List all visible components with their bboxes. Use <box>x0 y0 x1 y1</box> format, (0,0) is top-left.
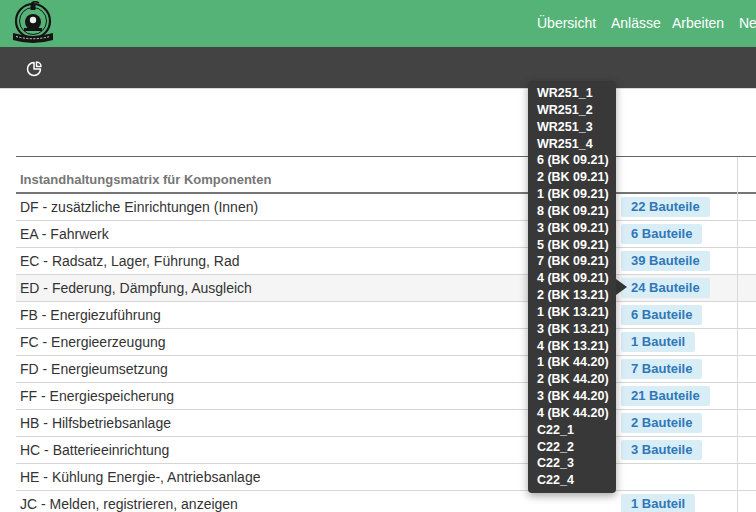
secondary-toolbar <box>0 47 756 89</box>
component-label: EC - Radsatz, Lager, Führung, Rad <box>20 253 239 269</box>
nav-arbeiten[interactable]: Arbeiten <box>672 15 724 31</box>
vehicle-menu-item[interactable]: 3 (BK 13.21) <box>528 323 616 336</box>
table-row[interactable]: HC - Batterieeinrichtung 3 Bauteile <box>16 437 756 464</box>
component-label: EA - Fahrwerk <box>20 226 109 242</box>
vehicle-menu-item[interactable]: C22_3 <box>528 457 616 470</box>
popover-arrow <box>616 279 627 295</box>
vehicle-menu-item[interactable]: WR251_2 <box>528 104 616 117</box>
vehicle-menu-item[interactable]: 2 (BK 13.21) <box>528 289 616 302</box>
vehicle-menu-item[interactable]: C22_1 <box>528 424 616 437</box>
vehicle-menu-item[interactable]: 1 (BK 44.20) <box>528 356 616 369</box>
table-row[interactable]: DF - zusätzliche Einrichtungen (Innen) 2… <box>16 194 756 221</box>
vehicle-menu-item[interactable]: 3 (BK 09.21) <box>528 222 616 235</box>
brand-logo[interactable] <box>10 1 56 47</box>
bauteile-count-badge[interactable]: 6 Bauteile <box>621 224 702 244</box>
vehicle-menu-item[interactable]: 4 (BK 13.21) <box>528 340 616 353</box>
vehicle-menu-item[interactable]: 2 (BK 09.21) <box>528 171 616 184</box>
bauteile-count-badge[interactable]: 2 Bauteile <box>621 413 702 433</box>
vehicle-menu-item[interactable]: 8 (BK 09.21) <box>528 205 616 218</box>
bauteile-count-badge[interactable]: 1 Bauteil <box>621 332 695 352</box>
bauteile-count-badge[interactable]: 1 Bauteil <box>621 494 695 512</box>
component-label: FD - Energieumsetzung <box>20 361 168 377</box>
table-row[interactable]: EC - Radsatz, Lager, Führung, Rad 39 Bau… <box>16 248 756 275</box>
vehicle-popover: WR251_1 WR251_2 WR251_3 WR251_4 6 (BK 09… <box>528 81 616 493</box>
component-label: HE - Kühlung Energie-, Antriebsanlage <box>20 469 260 485</box>
bauteile-count-badge[interactable]: 7 Bauteile <box>621 359 702 379</box>
bauteile-count-badge[interactable]: 22 Bauteile <box>621 197 710 217</box>
vehicle-menu-item[interactable]: 4 (BK 44.20) <box>528 407 616 420</box>
vehicle-menu-item[interactable]: C22_4 <box>528 474 616 487</box>
page-title: Instandhaltungsmatrix für Komponenten <box>16 157 756 194</box>
vehicle-menu-item[interactable]: 5 (BK 09.21) <box>528 239 616 252</box>
nav-anlaesse[interactable]: Anlässe <box>611 15 661 31</box>
table-row[interactable]: JC - Melden, registrieren, anzeigen 1 Ba… <box>16 491 756 512</box>
vehicle-menu-item[interactable]: WR251_4 <box>528 138 616 151</box>
vehicle-menu-item[interactable]: 4 (BK 09.21) <box>528 272 616 285</box>
table-row[interactable]: FB - Energiezuführung 6 Bauteile <box>16 302 756 329</box>
vehicle-menu-item[interactable]: C22_2 <box>528 441 616 454</box>
vehicle-menu-item[interactable]: 3 (BK 44.20) <box>528 390 616 403</box>
table-row[interactable]: EA - Fahrwerk 6 Bauteile <box>16 221 756 248</box>
nav-truncated-item[interactable]: Ne <box>739 15 756 31</box>
table-row[interactable]: HB - Hilfsbetriebsanlage 2 Bauteile <box>16 410 756 437</box>
nav-uebersicht[interactable]: Übersicht <box>537 15 596 31</box>
bauteile-count-badge[interactable]: 3 Bauteile <box>621 440 702 460</box>
component-label: HB - Hilfsbetriebsanlage <box>20 415 171 431</box>
vehicle-menu-item[interactable]: WR251_1 <box>528 87 616 100</box>
table-row[interactable]: ED - Federung, Dämpfung, Ausgleich 24 Ba… <box>16 275 756 302</box>
column-divider <box>737 157 738 512</box>
top-navbar: Übersicht Anlässe Arbeiten Ne <box>0 0 756 47</box>
table-row[interactable]: FD - Energieumsetzung 7 Bauteile <box>16 356 756 383</box>
bauteile-count-badge[interactable]: 39 Bauteile <box>621 251 710 271</box>
vehicle-menu-item[interactable]: 1 (BK 13.21) <box>528 306 616 319</box>
component-label: ED - Federung, Dämpfung, Ausgleich <box>20 280 252 296</box>
maintenance-matrix-table: Instandhaltungsmatrix für Komponenten DF… <box>16 156 756 512</box>
component-label: FC - Energieerzeugung <box>20 334 166 350</box>
component-label: DF - zusätzliche Einrichtungen (Innen) <box>20 199 258 215</box>
vehicle-menu-item[interactable]: 7 (BK 09.21) <box>528 255 616 268</box>
table-row[interactable]: HE - Kühlung Energie-, Antriebsanlage <box>16 464 756 491</box>
pie-chart-icon[interactable] <box>26 59 44 77</box>
vehicle-menu-item[interactable]: 6 (BK 09.21) <box>528 154 616 167</box>
bauteile-count-badge[interactable]: 6 Bauteile <box>621 305 702 325</box>
vehicle-menu-item[interactable]: 1 (BK 09.21) <box>528 188 616 201</box>
table-row[interactable]: FC - Energieerzeugung 1 Bauteil <box>16 329 756 356</box>
bauteile-count-badge[interactable]: 21 Bauteile <box>621 386 710 406</box>
vehicle-menu-item[interactable]: WR251_3 <box>528 121 616 134</box>
component-row-list: DF - zusätzliche Einrichtungen (Innen) 2… <box>16 194 756 512</box>
component-label: HC - Batterieeinrichtung <box>20 442 169 458</box>
table-row[interactable]: FF - Energiespeicherung 21 Bauteile <box>16 383 756 410</box>
component-label: FF - Energiespeicherung <box>20 388 174 404</box>
component-label: FB - Energiezuführung <box>20 307 161 323</box>
vehicle-menu-item[interactable]: 2 (BK 44.20) <box>528 373 616 386</box>
bauteile-count-badge[interactable]: 24 Bauteile <box>621 278 710 298</box>
component-label: JC - Melden, registrieren, anzeigen <box>20 496 238 512</box>
